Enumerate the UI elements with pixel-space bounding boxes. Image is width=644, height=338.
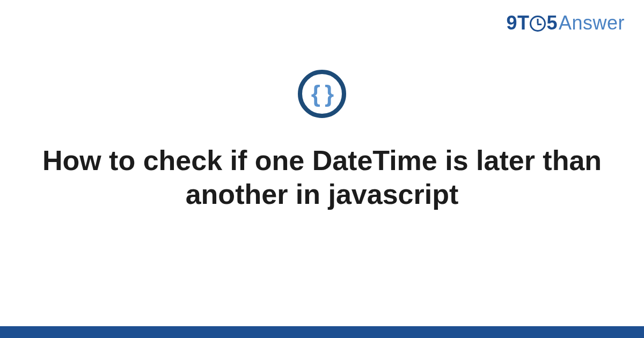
clock-icon <box>530 16 546 32</box>
clock-hand-minute <box>537 19 539 24</box>
category-icon: { } <box>298 70 346 118</box>
code-braces-icon: { } <box>311 82 333 106</box>
icon-ring: { } <box>298 70 346 118</box>
logo-text-5: 5 <box>546 12 558 34</box>
social-card: 9T 5 Answer { } How to check if one Date… <box>0 0 644 338</box>
logo-text-answer: Answer <box>559 12 625 34</box>
site-logo: 9T 5 Answer <box>506 12 625 34</box>
question-title: How to check if one DateTime is later th… <box>0 144 644 212</box>
clock-hand-hour <box>538 24 542 25</box>
logo-text-9t: 9T <box>506 12 529 34</box>
footer-accent-bar <box>0 326 644 338</box>
